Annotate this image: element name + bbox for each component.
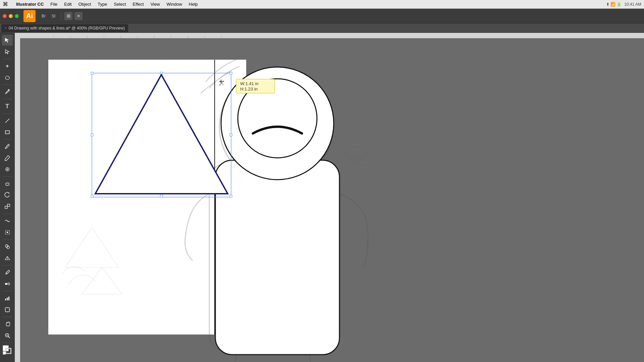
direct-selection-tool[interactable]: [2, 46, 13, 57]
menu-type[interactable]: Type: [94, 1, 110, 7]
default-colors-button[interactable]: [3, 351, 6, 355]
tool-separator-10: [3, 291, 12, 291]
svg-rect-3: [5, 131, 9, 134]
system-icons: ⬆ 📶 🔋: [606, 2, 622, 7]
menu-object[interactable]: Object: [75, 1, 95, 7]
application-toolbar: Ai Br St ⊞ ≡: [0, 9, 644, 23]
selection-tool[interactable]: [2, 35, 13, 46]
magic-wand-tool[interactable]: ✦: [2, 61, 13, 71]
menu-bar: ⌘ Illustrator CC File Edit Object Type S…: [0, 0, 644, 9]
tool-separator-11: [3, 317, 12, 317]
svg-line-2: [5, 119, 9, 123]
tool-separator-12: [3, 343, 12, 343]
document-tab[interactable]: × 04 Drawing with shapes & lines.ai* @ 4…: [1, 24, 128, 32]
tool-separator-4: [3, 113, 12, 114]
main-canvas-svg[interactable]: W:1.41 in H:1.23 in: [15, 33, 644, 362]
menubar-right: ⬆ 📶 🔋 10:41 AM: [606, 2, 641, 7]
line-tool[interactable]: [2, 115, 13, 126]
svg-point-15: [8, 283, 10, 285]
tool-separator-1: [3, 59, 12, 59]
tool-separator-2: [3, 84, 12, 85]
svg-point-1: [8, 89, 9, 90]
svg-point-0: [5, 76, 9, 79]
toolbar-separator-1: [61, 12, 61, 20]
menu-help[interactable]: Help: [185, 1, 201, 7]
blend-tool[interactable]: [2, 279, 13, 289]
clock: 10:41 AM: [624, 2, 641, 7]
free-transform-tool[interactable]: [2, 227, 13, 238]
bridge-button[interactable]: Br: [40, 13, 48, 19]
zoom-tool[interactable]: [2, 330, 13, 341]
scale-tool[interactable]: [2, 201, 13, 212]
paintbrush-tool[interactable]: [2, 141, 13, 152]
perspective-grid-tool[interactable]: [2, 253, 13, 263]
svg-rect-19: [8, 297, 9, 300]
robot-body: [215, 160, 339, 355]
graph-tool[interactable]: [2, 293, 13, 304]
apple-menu[interactable]: ⌘: [3, 1, 8, 7]
fullscreen-window-button[interactable]: [15, 14, 19, 18]
handle-tr[interactable]: [230, 72, 232, 74]
svg-rect-18: [7, 298, 8, 300]
handle-tl[interactable]: [91, 72, 93, 74]
handle-mr[interactable]: [230, 134, 232, 136]
ruler-horizontal: [15, 33, 644, 38]
svg-rect-20: [5, 308, 9, 312]
close-window-button[interactable]: [3, 14, 7, 18]
stock-button[interactable]: St: [50, 13, 57, 19]
menu-file[interactable]: File: [47, 1, 61, 7]
fill-stroke-swatches[interactable]: [2, 345, 13, 355]
rotate-tool[interactable]: [2, 190, 13, 200]
rect-tool[interactable]: [2, 127, 13, 137]
tool-separator-9: [3, 265, 12, 265]
pencil-tool[interactable]: [2, 153, 13, 163]
menu-illustrator-cc[interactable]: Illustrator CC: [13, 1, 47, 7]
svg-rect-8: [7, 204, 10, 206]
menu-edit[interactable]: Edit: [61, 1, 75, 7]
handle-bl[interactable]: [91, 195, 93, 197]
traffic-lights: [3, 14, 19, 18]
menu-select[interactable]: Select: [110, 1, 129, 7]
menu-view[interactable]: View: [147, 1, 163, 7]
tool-separator-8: [3, 239, 12, 240]
menu-window[interactable]: Window: [163, 1, 185, 7]
svg-point-5: [7, 169, 8, 170]
handle-br[interactable]: [230, 195, 232, 197]
stroke-swatch[interactable]: [5, 348, 11, 354]
menu-effect[interactable]: Effect: [129, 1, 147, 7]
ai-logo: Ai: [23, 10, 36, 22]
lasso-tool[interactable]: [2, 72, 13, 83]
hand-tool[interactable]: [2, 319, 13, 329]
extras-button[interactable]: ≡: [74, 12, 83, 20]
svg-rect-6: [6, 183, 9, 185]
workspace-switcher[interactable]: ⊞: [64, 12, 72, 20]
tool-separator-5: [3, 139, 12, 139]
svg-rect-7: [5, 206, 7, 208]
artboard-tool[interactable]: [2, 304, 13, 315]
minimize-window-button[interactable]: [9, 14, 13, 18]
tool-separator-7: [3, 214, 12, 214]
warp-tool[interactable]: [2, 216, 13, 226]
svg-rect-10: [7, 232, 8, 233]
handle-ml[interactable]: [91, 134, 93, 136]
ruler-vertical: [15, 33, 20, 362]
tab-close-button[interactable]: ×: [5, 26, 7, 30]
resize-handle-cursor[interactable]: [218, 80, 225, 86]
type-tool[interactable]: T: [2, 101, 13, 112]
svg-line-26: [8, 337, 10, 338]
handle-bm[interactable]: [160, 195, 163, 197]
tool-separator-3: [3, 99, 12, 99]
shape-builder-tool[interactable]: [2, 241, 13, 252]
dimension-height: H:1.23 in: [240, 86, 258, 92]
canvas-area[interactable]: W:1.41 in H:1.23 in: [15, 33, 644, 362]
tool-separator-6: [3, 176, 12, 177]
blob-brush-tool[interactable]: [2, 164, 13, 175]
tools-panel: ✦ T: [0, 33, 15, 362]
eraser-tool[interactable]: [2, 178, 13, 189]
tab-bar: × 04 Drawing with shapes & lines.ai* @ 4…: [0, 23, 644, 33]
pen-tool[interactable]: [2, 86, 13, 97]
eyedropper-tool[interactable]: [2, 267, 13, 278]
svg-rect-17: [5, 299, 6, 300]
tab-title: 04 Drawing with shapes & lines.ai* @ 400…: [9, 26, 125, 31]
main-area: ✦ T: [0, 33, 644, 362]
